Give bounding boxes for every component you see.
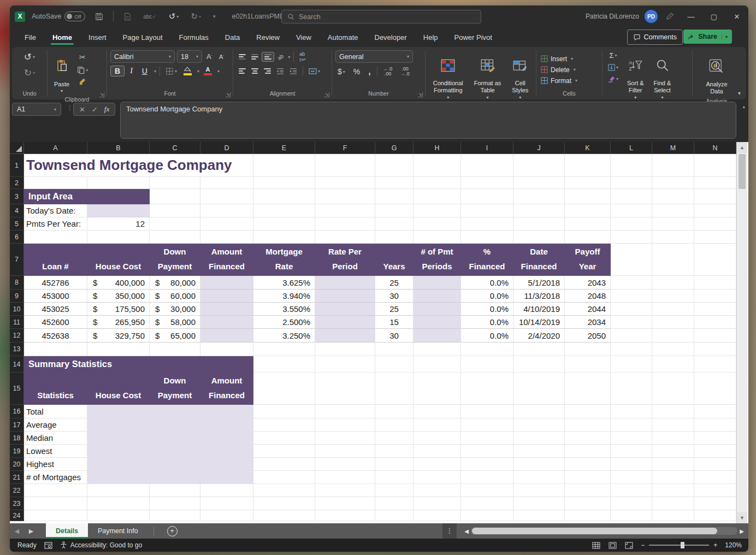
cell-J9[interactable]: 11/3/2018 [513, 290, 565, 303]
save-icon[interactable] [93, 11, 105, 22]
cell-G7[interactable]: Years [375, 244, 414, 276]
cell-J15[interactable] [513, 373, 565, 405]
column-header-L[interactable]: L [611, 142, 652, 154]
cell-N1[interactable] [694, 154, 736, 177]
cell-C2[interactable] [150, 177, 200, 189]
fill-color-icon[interactable] [181, 66, 194, 76]
page-break-view-icon[interactable] [624, 541, 633, 549]
cell-H21[interactable] [414, 471, 461, 484]
cell-E17[interactable] [253, 418, 315, 432]
cell-N17[interactable] [694, 418, 736, 432]
tab-page-layout[interactable]: Page Layout [116, 29, 170, 45]
cell-M19[interactable] [652, 445, 694, 458]
cell-B21[interactable] [87, 471, 253, 484]
cell-B15[interactable]: House Cost [87, 373, 150, 405]
row-header-14[interactable]: 14 [10, 356, 24, 373]
cell-A1[interactable]: Townsend Mortgage Company [24, 154, 253, 177]
cell-J5[interactable] [513, 217, 565, 231]
cell-L5[interactable] [611, 217, 652, 231]
cell-L17[interactable] [611, 418, 652, 432]
clear-icon[interactable]: ▾ [606, 74, 621, 84]
cell-F7[interactable]: Rate Per Period [315, 244, 375, 276]
analyze-data-button[interactable]: Analyze Data [702, 50, 730, 97]
column-header-K[interactable]: K [565, 142, 611, 154]
cell-J17[interactable] [513, 418, 565, 432]
cell-L24[interactable] [611, 510, 652, 521]
currency-icon[interactable]: $▾ [335, 66, 347, 77]
cell-L8[interactable] [611, 276, 652, 290]
cell-D4[interactable] [200, 204, 253, 217]
cell-I3[interactable] [461, 189, 513, 204]
cell-F18[interactable] [315, 432, 375, 445]
row-header-1[interactable]: 1 [10, 154, 24, 177]
cell-I10[interactable]: 0.0% [461, 303, 513, 316]
cell-H12[interactable] [414, 329, 461, 343]
cell-M1[interactable] [652, 154, 694, 177]
zoom-in-icon[interactable]: + [713, 541, 717, 549]
cell-F17[interactable] [315, 418, 375, 432]
cell-K1[interactable] [565, 154, 611, 177]
cell-I14[interactable] [461, 356, 513, 373]
cell-H22[interactable] [414, 484, 461, 497]
fill-icon[interactable]: ▾ [606, 63, 621, 72]
cell-J7[interactable]: Date Financed [513, 244, 565, 276]
tab-developer[interactable]: Developer [368, 29, 414, 45]
cell-I8[interactable]: 0.0% [461, 276, 513, 290]
cell-F24[interactable] [315, 510, 375, 521]
cell-A11[interactable]: 452600 [24, 316, 87, 329]
cell-H5[interactable] [414, 217, 461, 231]
row-header-5[interactable]: 5 [10, 217, 24, 231]
cell-F16[interactable] [315, 405, 375, 418]
zoom-out-icon[interactable]: − [641, 541, 645, 549]
select-all-button[interactable] [10, 142, 24, 154]
cell-H1[interactable] [414, 154, 461, 177]
cell-M13[interactable] [652, 343, 694, 356]
cell-J19[interactable] [513, 445, 565, 458]
cell-G11[interactable]: 15 [375, 316, 414, 329]
cell-I5[interactable] [461, 217, 513, 231]
cell-E16[interactable] [253, 405, 315, 418]
cell-G3[interactable] [375, 189, 414, 204]
cell-A12[interactable]: 452638 [24, 329, 87, 343]
cell-H9[interactable] [414, 290, 461, 303]
horizontal-scrollbar[interactable]: ◀ ▶ [462, 525, 746, 537]
cell-N5[interactable] [694, 217, 736, 231]
cell-M3[interactable] [652, 189, 694, 204]
cell-N15[interactable] [694, 373, 736, 405]
accessibility-status[interactable]: Accessibility: Good to go [60, 541, 142, 549]
cell-F13[interactable] [315, 343, 375, 356]
cell-M6[interactable] [652, 231, 694, 244]
cell-N23[interactable] [694, 497, 736, 510]
cell-A8[interactable]: 452786 [24, 276, 87, 290]
vertical-scroll-thumb[interactable] [739, 154, 746, 189]
cell-K9[interactable]: 2048 [565, 290, 611, 303]
cell-C15[interactable]: Down Payment [150, 373, 200, 405]
cell-C23[interactable] [150, 497, 200, 510]
cell-D9[interactable] [200, 290, 253, 303]
cell-B5[interactable]: 12 [87, 217, 150, 231]
wrap-text-icon[interactable]: abc↵ [297, 50, 308, 63]
cell-H8[interactable] [414, 276, 461, 290]
cell-H15[interactable] [414, 373, 461, 405]
cell-A19[interactable]: Lowest [24, 445, 87, 458]
cell-L16[interactable] [611, 405, 652, 418]
cell-E11[interactable]: 2.500% [253, 316, 315, 329]
cell-I23[interactable] [461, 497, 513, 510]
cell-F21[interactable] [315, 471, 375, 484]
cell-E14[interactable] [253, 356, 315, 373]
cell-A13[interactable] [24, 343, 87, 356]
cell-H11[interactable] [414, 316, 461, 329]
cell-E8[interactable]: 3.625% [253, 276, 315, 290]
cell-G6[interactable] [375, 231, 414, 244]
cell-B13[interactable] [87, 343, 150, 356]
cell-G2[interactable] [375, 177, 414, 189]
cell-D8[interactable] [200, 276, 253, 290]
cell-G21[interactable] [375, 471, 414, 484]
collapse-ribbon-icon[interactable]: ▾ [738, 90, 741, 96]
cell-B20[interactable] [87, 458, 253, 471]
cell-I21[interactable] [461, 471, 513, 484]
enter-formula-icon[interactable]: ✓ [92, 105, 98, 114]
cell-B7[interactable]: House Cost [87, 244, 150, 276]
cell-B6[interactable] [87, 231, 150, 244]
cell-K4[interactable] [565, 204, 611, 217]
